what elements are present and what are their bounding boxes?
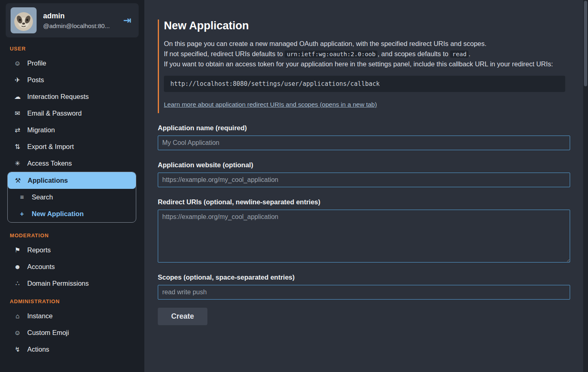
export-import-icon: ⇅ bbox=[13, 143, 22, 151]
sidebar-item-email-password[interactable]: ✉ Email & Password bbox=[7, 105, 136, 122]
application-name-input[interactable] bbox=[158, 136, 570, 150]
intro-line-3: If you want to obtain an access token fo… bbox=[164, 59, 565, 69]
user-handle: @admin@localhost:80... bbox=[43, 22, 114, 29]
scrollbar-thumb[interactable] bbox=[584, 1, 587, 86]
migration-icon: ⇄ bbox=[13, 126, 22, 134]
sidebar-item-label: Search bbox=[32, 193, 53, 201]
nav-user: ☺ Profile ✈ Posts ☁ Interaction Requests… bbox=[0, 55, 144, 172]
intro-line-2-text: , and scopes defaults to bbox=[377, 50, 450, 57]
sidebar-item-label: Posts bbox=[27, 76, 44, 84]
sidebar-item-label: Actions bbox=[27, 346, 49, 353]
section-heading-moderation: MODERATION bbox=[0, 226, 144, 242]
username: admin bbox=[43, 12, 114, 20]
list-icon: ≡ bbox=[17, 194, 26, 201]
redirect-uris-textarea[interactable] bbox=[158, 210, 570, 263]
sidebar-item-applications[interactable]: ⚒ Applications bbox=[8, 172, 136, 189]
redirect-uris-label: Redirect URIs (optional, newline-separat… bbox=[158, 198, 565, 206]
nav-moderation: ⚑ Reports ☻ Accounts ∴ Domain Permission… bbox=[0, 242, 144, 292]
application-website-input[interactable] bbox=[158, 173, 570, 187]
users-icon: ☻ bbox=[13, 263, 22, 271]
plus-icon: + bbox=[17, 210, 26, 218]
sidebar-item-migration[interactable]: ⇄ Migration bbox=[7, 122, 136, 138]
settings-page: admin @admin@localhost:80... ⇥ USER ☺ Pr… bbox=[0, 0, 588, 372]
sidebar-item-label: Instance bbox=[27, 312, 52, 320]
form-docs: New Application On this page you can cre… bbox=[158, 20, 565, 113]
scopes-label: Scopes (optional, space-separated entrie… bbox=[158, 274, 565, 281]
sidebar-item-export-import[interactable]: ⇅ Export & Import bbox=[7, 138, 136, 155]
smiley-icon: ☺ bbox=[13, 329, 22, 337]
create-button[interactable]: Create bbox=[158, 308, 207, 325]
user-icon: ☺ bbox=[13, 60, 22, 67]
sidebar-item-instance[interactable]: ⌂ Instance bbox=[7, 308, 136, 324]
sidebar-item-label: Applications bbox=[28, 177, 68, 184]
sidebar-item-label: Access Tokens bbox=[27, 160, 72, 167]
learn-more-link[interactable]: Learn more about application redirect UR… bbox=[164, 101, 377, 108]
sidebar: admin @admin@localhost:80... ⇥ USER ☺ Pr… bbox=[0, 0, 144, 372]
user-card: admin @admin@localhost:80... ⇥ bbox=[6, 3, 139, 37]
scopes-input[interactable] bbox=[158, 285, 570, 300]
scrollbar[interactable] bbox=[583, 0, 588, 372]
avatar-image bbox=[11, 7, 37, 33]
sidebar-item-label: Migration bbox=[27, 126, 55, 134]
intro-line-2-text: If not specified, redirect URIs defaults… bbox=[164, 50, 285, 57]
inline-code-read: read bbox=[450, 50, 468, 58]
intro-line-1: On this page you can create a new manage… bbox=[164, 39, 565, 49]
tools-icon: ⚒ bbox=[13, 177, 22, 184]
sidebar-item-applications-search[interactable]: ≡ Search bbox=[8, 189, 136, 206]
applications-group: ⚒ Applications ≡ Search + New Applicatio… bbox=[7, 172, 136, 223]
sidebar-item-label: Export & Import bbox=[27, 143, 74, 151]
page-title: New Application bbox=[164, 20, 565, 32]
sidebar-item-interaction-requests[interactable]: ☁ Interaction Requests bbox=[7, 88, 136, 105]
sidebar-item-label: Interaction Requests bbox=[27, 93, 89, 101]
envelope-icon: ✉ bbox=[13, 109, 22, 117]
logout-icon[interactable]: ⇥ bbox=[121, 13, 134, 28]
sidebar-item-label: Reports bbox=[27, 246, 51, 254]
sidebar-item-new-application[interactable]: + New Application bbox=[8, 206, 136, 222]
sidebar-item-label: Domain Permissions bbox=[27, 280, 89, 287]
main-panel: New Application On this page you can cre… bbox=[144, 0, 583, 372]
flag-icon: ⚑ bbox=[13, 246, 22, 254]
intro-line-2: If not specified, redirect URIs defaults… bbox=[164, 49, 565, 59]
bolt-icon: ↯ bbox=[13, 346, 22, 353]
sidebar-item-reports[interactable]: ⚑ Reports bbox=[7, 242, 136, 258]
intro-line-2-text: . bbox=[468, 50, 470, 57]
sidebar-item-label: Email & Password bbox=[27, 109, 82, 117]
new-application-form: Application name (required) Application … bbox=[158, 124, 565, 325]
sidebar-item-posts[interactable]: ✈ Posts bbox=[7, 72, 136, 88]
inline-code-oob: urn:ietf:wg:oauth:2.0:oob bbox=[285, 50, 377, 58]
sidebar-item-accounts[interactable]: ☻ Accounts bbox=[7, 258, 136, 275]
sidebar-item-label: Accounts bbox=[27, 263, 55, 271]
sidebar-item-label: New Application bbox=[32, 210, 84, 218]
comments-icon: ☁ bbox=[13, 93, 22, 101]
sidebar-item-domain-permissions[interactable]: ∴ Domain Permissions bbox=[7, 275, 136, 292]
callback-url-code-block: http://localhost:8080/settings/user/appl… bbox=[164, 76, 565, 92]
application-name-label: Application name (required) bbox=[158, 124, 565, 132]
sidebar-item-profile[interactable]: ☺ Profile bbox=[7, 55, 136, 72]
sidebar-item-label: Profile bbox=[27, 59, 46, 67]
sidebar-item-access-tokens[interactable]: ✳ Access Tokens bbox=[7, 155, 136, 172]
section-heading-user: USER bbox=[0, 39, 144, 55]
sidebar-item-actions[interactable]: ↯ Actions bbox=[7, 341, 136, 358]
nav-administration: ⌂ Instance ☺ Custom Emoji ↯ Actions bbox=[0, 308, 144, 358]
share-nodes-icon: ∴ bbox=[13, 280, 22, 287]
avatar bbox=[11, 7, 37, 33]
application-website-label: Application website (optional) bbox=[158, 161, 565, 169]
paper-plane-icon: ✈ bbox=[13, 76, 22, 84]
sidebar-item-custom-emoji[interactable]: ☺ Custom Emoji bbox=[7, 324, 136, 341]
token-icon: ✳ bbox=[13, 160, 22, 167]
user-meta: admin @admin@localhost:80... bbox=[43, 12, 114, 29]
sitemap-icon: ⌂ bbox=[13, 313, 22, 320]
section-heading-administration: ADMINISTRATION bbox=[0, 292, 144, 308]
sidebar-item-label: Custom Emoji bbox=[27, 329, 69, 337]
